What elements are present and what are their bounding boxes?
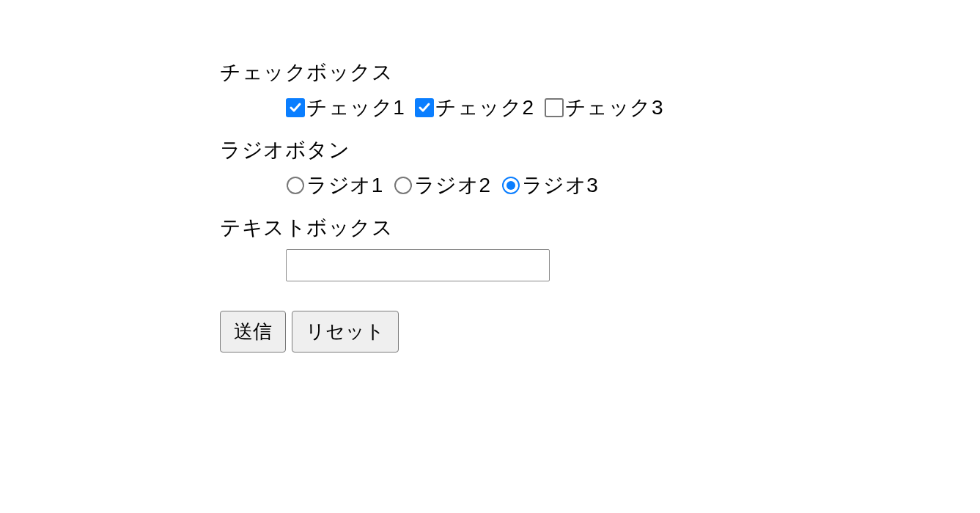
svg-point-3 [506,181,515,190]
radio-3[interactable]: ラジオ3 [501,171,599,199]
radio-2-label: ラジオ2 [414,171,491,199]
form-container: チェックボックス チェック1 チェック2 チェック3 ラジオボタン ラジオ1 [0,0,980,353]
checkbox-1[interactable]: チェック1 [286,94,405,122]
submit-button[interactable]: 送信 [220,311,286,353]
reset-button[interactable]: リセット [292,311,399,353]
checkbox-row: チェック1 チェック2 チェック3 [286,94,980,122]
checkbox-checked-icon [286,98,305,117]
radio-unselected-icon [286,176,305,195]
text-input[interactable] [286,249,550,281]
checkbox-2[interactable]: チェック2 [415,94,534,122]
textbox-section-title: テキストボックス [220,214,980,242]
radio-3-label: ラジオ3 [522,171,599,199]
radio-1-label: ラジオ1 [306,171,383,199]
radio-1[interactable]: ラジオ1 [286,171,383,199]
checkbox-3[interactable]: チェック3 [545,94,663,122]
checkbox-checked-icon [415,98,434,117]
button-row: 送信 リセット [220,311,980,353]
checkbox-2-label: チェック2 [435,94,534,122]
radio-section-title: ラジオボタン [220,136,980,164]
svg-point-0 [287,177,303,193]
checkbox-section-title: チェックボックス [220,59,980,86]
radio-2[interactable]: ラジオ2 [394,171,491,199]
checkbox-3-label: チェック3 [565,94,663,122]
radio-row: ラジオ1 ラジオ2 ラジオ3 [286,171,980,199]
textbox-row [286,249,980,281]
radio-selected-icon [501,176,520,195]
checkbox-unchecked-icon [545,98,564,117]
svg-point-1 [395,177,411,193]
checkbox-1-label: チェック1 [306,94,405,122]
radio-unselected-icon [394,176,413,195]
